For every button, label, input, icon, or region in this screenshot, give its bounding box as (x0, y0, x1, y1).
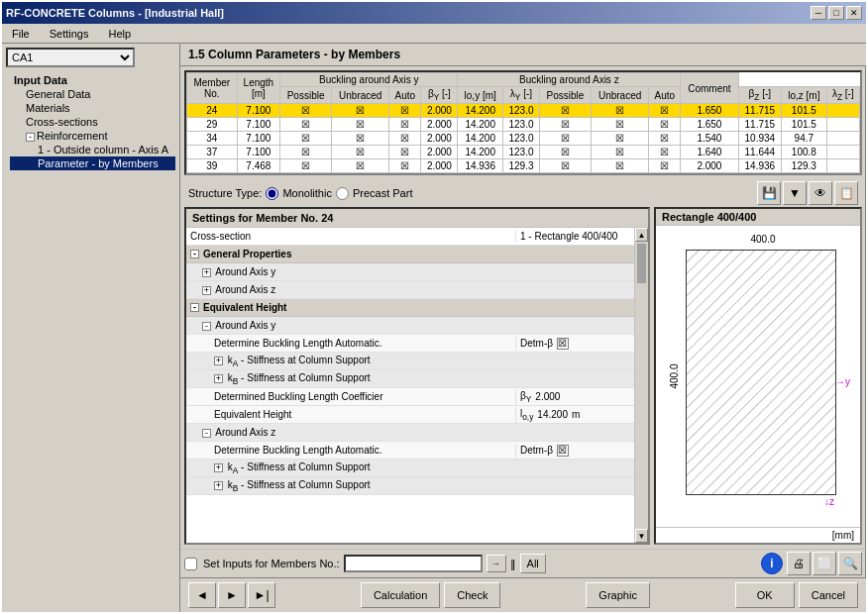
sidebar: CA1 Input Data General Data Materials Cr… (2, 44, 180, 612)
menu-file[interactable]: File (6, 26, 36, 42)
detm-checkbox-z[interactable]: ☒ (557, 445, 569, 457)
print-btn[interactable]: 🖨 (787, 552, 811, 575)
sidebar-item-general-data[interactable]: General Data (10, 87, 175, 101)
main-content: CA1 Input Data General Data Materials Cr… (2, 44, 866, 612)
cell-poss-z: ☒ (540, 104, 592, 118)
cross-section-rect (686, 250, 836, 495)
cell-length: 7.100 (237, 104, 280, 118)
kb-y-expand-icon[interactable]: + (214, 374, 223, 383)
menu-settings[interactable]: Settings (44, 26, 95, 42)
structure-type-group: Structure Type: Monolithic Precast Part (188, 187, 412, 200)
col-header-possible-y: Possible (280, 87, 332, 104)
table-area: MemberNo. Length[m] Buckling around Axis… (184, 70, 862, 175)
zoom-btn[interactable]: ⬜ (813, 552, 836, 575)
table-row[interactable]: 347.100☒☒☒ 2.00014.200123.0 ☒☒☒ 1.54010.… (187, 132, 860, 146)
kb-z-expand-icon[interactable]: + (214, 481, 223, 490)
col-header-loy: lo,y [m] (458, 87, 502, 104)
member-set-row: Set Inputs for Members No.: → ‖ All i 🖨 … (180, 549, 866, 577)
member-set-apply-btn[interactable]: → (487, 555, 506, 572)
ka-y-expand-icon[interactable]: + (214, 357, 223, 365)
table-row[interactable]: 377.100☒☒☒ 2.00014.200123.0 ☒☒☒ 1.64011.… (187, 146, 860, 159)
nav-forward-btn[interactable]: ► (218, 582, 246, 608)
col-header-possible-z: Possible (540, 87, 592, 104)
save-toolbar-btn[interactable]: 💾 (757, 181, 781, 205)
filter-toolbar-btn[interactable]: ▼ (783, 181, 807, 205)
cell-loy: 14.200 (458, 104, 502, 118)
view-toolbar-btn[interactable]: 👁 (809, 181, 832, 205)
all-button[interactable]: All (520, 554, 546, 573)
main-window: RF-CONCRETE Columns - [Industrial Hall] … (0, 0, 868, 614)
settings-scrollbar[interactable]: ▲ ▼ (634, 228, 648, 543)
reinforcement-expand-icon[interactable]: - (26, 133, 35, 142)
cell-unbr-z: ☒ (591, 104, 648, 118)
minimize-button[interactable]: ─ (811, 6, 826, 20)
sidebar-item-materials[interactable]: Materials (10, 101, 175, 115)
sidebar-item-outside-column[interactable]: 1 - Outside column - Axis A (10, 143, 175, 156)
scroll-down[interactable]: ▼ (635, 529, 648, 543)
export-toolbar-btn[interactable]: 📋 (834, 181, 858, 205)
equiv-height-val-label: Equivalent Height (186, 408, 515, 421)
col-header-buckling-y: Buckling around Axis y (280, 73, 458, 87)
equivheight-expand-icon[interactable]: - (190, 303, 199, 312)
cancel-button[interactable]: Cancel (799, 582, 858, 608)
maximize-button[interactable]: □ (828, 6, 844, 20)
settings-row-axis-z-equiv: - Around Axis z (186, 424, 634, 442)
ok-button[interactable]: OK (735, 582, 795, 608)
around-y-expand-icon[interactable]: + (202, 268, 211, 277)
sidebar-item-cross-sections[interactable]: Cross-sections (10, 115, 175, 129)
settings-section-general: - General Properties (186, 246, 634, 263)
member-set-input[interactable] (344, 555, 483, 572)
settings-row-axis-y-equiv: - Around Axis y (186, 317, 634, 335)
sidebar-item-parameter-members[interactable]: Parameter - by Members (10, 156, 175, 170)
col-header-beta-z: βZ [-] (738, 87, 782, 104)
nav-extra-btn[interactable]: ►| (248, 582, 275, 608)
table-row[interactable]: 297.100☒☒☒ 2.00014.200123.0 ☒☒☒ 1.65011.… (187, 118, 860, 132)
settings-row-equiv-height-val: Equivalent Height lo,y 14.200 m (186, 406, 634, 424)
detm-beta-y-value: Detm-β ☒ (515, 337, 634, 351)
around-z-expand-icon[interactable]: + (202, 286, 211, 295)
col-header-length: Length[m] (237, 73, 280, 104)
cell-auto-z: ☒ (649, 104, 681, 118)
general-expand-icon[interactable]: - (190, 250, 199, 258)
sidebar-item-input-data[interactable]: Input Data (6, 73, 175, 87)
all-btn-label: ‖ (510, 558, 516, 570)
col-header-unbraced-y: Unbraced (332, 87, 389, 104)
close-button[interactable]: ✕ (846, 6, 862, 20)
info-button[interactable]: i (761, 553, 783, 574)
graphic-button[interactable]: Graphic (586, 582, 650, 608)
table-row[interactable]: 24 7.100 ☒ ☒ ☒ 2.000 14.200 123.0 ☒ ☒ ☒ … (187, 104, 860, 118)
sidebar-item-reinforcement[interactable]: -Reinforcement (10, 129, 175, 143)
view-toolbar: 💾 ▼ 👁 📋 (757, 181, 858, 205)
axis-y-equiv-label: - Around Axis y (186, 319, 634, 332)
table-row[interactable]: 397.468☒☒☒ 2.00014.936129.3 ☒☒☒ 2.00014.… (187, 159, 860, 173)
cs-value: 1 - Rectangle 400/400 (515, 230, 634, 243)
calculation-button[interactable]: Calculation (361, 582, 440, 608)
detm-beta-z-value: Detm-β ☒ (515, 444, 634, 458)
settings-row-ka-z: + kA - Stiffness at Column Support (186, 460, 634, 477)
cs-label: Cross-section (186, 230, 515, 243)
radio-monolithic[interactable] (266, 187, 278, 200)
settings-row-crosssection: Cross-section 1 - Rectangle 400/400 (186, 228, 634, 246)
search-btn[interactable]: 🔍 (838, 552, 862, 575)
graphic-title: Rectangle 400/400 (656, 209, 860, 226)
col-header-beta-y: βY [-] (421, 87, 458, 104)
settings-row-detm-beta-z: Determine Buckling Length Automatic. Det… (186, 442, 634, 460)
z-axis-indicator: ↓z (824, 496, 834, 507)
ka-z-expand-icon[interactable]: + (214, 463, 223, 472)
bottom-area: ◄ ► ►| Calculation Check Graphic OK Canc… (180, 577, 866, 612)
cell-beta-y: 2.000 (421, 104, 458, 118)
axis-z-equiv-expand-icon[interactable]: - (202, 429, 211, 438)
detm-checkbox-y[interactable]: ☒ (557, 338, 569, 350)
kb-z-label: + kB - Stiffness at Column Support (186, 478, 634, 494)
equiv-height-val-value: lo,y 14.200 m (515, 407, 634, 423)
cell-loz: 11.715 (738, 104, 782, 118)
ca-select[interactable]: CA1 (6, 48, 135, 67)
title-bar: RF-CONCRETE Columns - [Industrial Hall] … (2, 2, 866, 24)
radio-precast[interactable] (336, 187, 349, 200)
scroll-up[interactable]: ▲ (635, 228, 648, 242)
check-button[interactable]: Check (444, 582, 500, 608)
member-set-checkbox[interactable] (184, 558, 197, 570)
nav-back-btn[interactable]: ◄ (188, 582, 216, 608)
axis-y-equiv-expand-icon[interactable]: - (202, 322, 211, 331)
menu-help[interactable]: Help (102, 26, 137, 42)
